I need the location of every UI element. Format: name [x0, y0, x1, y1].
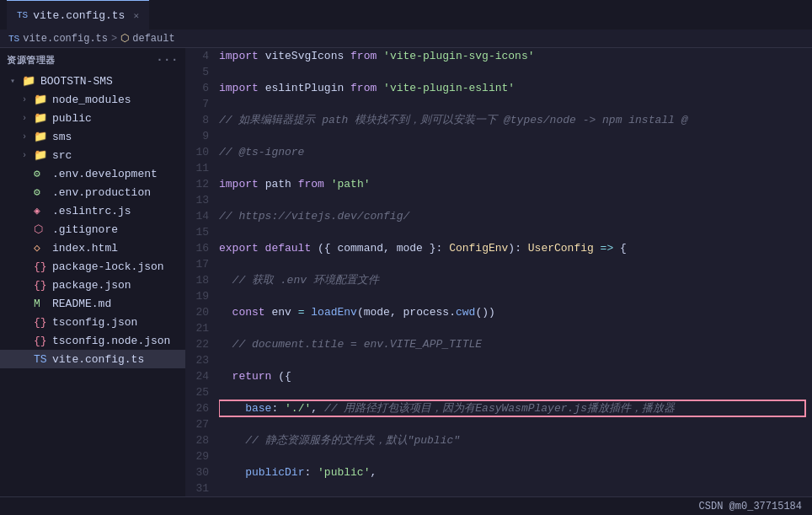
folder-icon: 📁 — [34, 93, 49, 106]
md-icon: M — [34, 298, 49, 310]
sidebar-label: tsconfig.json — [52, 316, 137, 329]
sidebar-item-project-root[interactable]: ▾ 📁 BOOTSTN-SMS — [0, 72, 185, 90]
sidebar-more-icon[interactable]: ··· — [156, 53, 179, 67]
breadcrumb-symbol: default — [132, 33, 174, 45]
breadcrumb-file-icon: TS — [8, 34, 19, 44]
code-area[interactable]: 4 5 6 7 8 9 10 11 12 13 14 15 16 17 18 1… — [185, 48, 812, 496]
breadcrumb-file[interactable]: vite.config.ts — [23, 33, 108, 45]
code-content[interactable]: import viteSvgIcons from 'vite-plugin-sv… — [219, 48, 812, 496]
editor: 4 5 6 7 8 9 10 11 12 13 14 15 16 17 18 1… — [185, 48, 812, 496]
sidebar-title: 资源管理器 — [7, 54, 56, 67]
sidebar-label: vite.config.ts — [52, 353, 144, 366]
arrow-icon: › — [22, 95, 34, 105]
main-layout: 资源管理器 ··· ▾ 📁 BOOTSTN-SMS › 📁 node_modul… — [0, 48, 812, 496]
sidebar-item-vite-config[interactable]: TS vite.config.ts — [0, 350, 185, 368]
sidebar-label: README.md — [52, 298, 111, 310]
arrow-icon: › — [22, 114, 34, 123]
json-icon: {} — [34, 335, 49, 347]
sidebar-label: src — [52, 149, 72, 162]
tab-vite-config[interactable]: TS vite.config.ts ✕ — [7, 0, 149, 30]
breadcrumb-separator: > — [111, 33, 117, 45]
folder-icon: 📁 — [22, 74, 37, 88]
status-bar: CSDN @m0_37715184 — [0, 496, 812, 515]
sidebar: 资源管理器 ··· ▾ 📁 BOOTSTN-SMS › 📁 node_modul… — [0, 48, 185, 496]
ts-icon: TS — [34, 353, 49, 366]
arrow-icon: ▾ — [10, 76, 22, 86]
json-icon: {} — [34, 279, 49, 292]
html-icon: ◇ — [34, 241, 49, 255]
sidebar-label: package.json — [52, 279, 131, 292]
sidebar-item-package[interactable]: {} package.json — [0, 276, 185, 294]
sidebar-item-node-modules[interactable]: › 📁 node_modules — [0, 90, 185, 109]
sidebar-label: node_modules — [52, 94, 131, 106]
git-icon: ⬡ — [34, 223, 49, 236]
sidebar-header-icons: ··· — [156, 53, 179, 67]
sidebar-item-index-html[interactable]: ◇ index.html — [0, 239, 185, 257]
folder-icon: 📁 — [34, 148, 49, 162]
sidebar-item-gitignore[interactable]: ⬡ .gitignore — [0, 220, 185, 239]
tab-label: vite.config.ts — [33, 9, 125, 22]
sidebar-item-eslintrc[interactable]: ◈ .eslintrc.js — [0, 201, 185, 220]
sidebar-item-env-dev[interactable]: ⚙ .env.development — [0, 164, 185, 183]
env-icon: ⚙ — [34, 167, 49, 180]
watermark-text: CSDN @m0_37715184 — [699, 501, 802, 512]
breadcrumb-symbol-icon: ⬡ — [120, 32, 129, 45]
sidebar-label: .eslintrc.js — [52, 205, 131, 217]
line-numbers: 4 5 6 7 8 9 10 11 12 13 14 15 16 17 18 1… — [185, 48, 219, 496]
sidebar-item-package-lock[interactable]: {} package-lock.json — [0, 257, 185, 276]
sidebar-item-tsconfig-node[interactable]: {} tsconfig.node.json — [0, 331, 185, 350]
folder-icon: 📁 — [34, 130, 49, 143]
sidebar-label: public — [52, 112, 92, 125]
sidebar-label: .gitignore — [52, 223, 118, 236]
sidebar-label: index.html — [52, 242, 118, 255]
sidebar-item-tsconfig[interactable]: {} tsconfig.json — [0, 313, 185, 331]
arrow-icon: › — [22, 151, 34, 160]
json-icon: {} — [34, 316, 49, 329]
tab-bar: TS vite.config.ts ✕ — [0, 0, 812, 30]
sidebar-item-readme[interactable]: M README.md — [0, 294, 185, 313]
arrow-icon: › — [22, 132, 34, 142]
sidebar-label: package-lock.json — [52, 260, 164, 273]
folder-icon: 📁 — [34, 111, 49, 125]
sidebar-item-env-prod[interactable]: ⚙ .env.production — [0, 183, 185, 201]
sidebar-header: 资源管理器 ··· — [0, 48, 185, 72]
tab-close-icon[interactable]: ✕ — [133, 10, 139, 21]
project-name: BOOTSTN-SMS — [40, 75, 113, 88]
sidebar-label: .env.development — [52, 168, 158, 180]
sidebar-item-public[interactable]: › 📁 public — [0, 109, 185, 127]
ts-file-icon: TS — [17, 10, 28, 20]
json-icon: {} — [34, 260, 49, 273]
sidebar-item-sms[interactable]: › 📁 sms — [0, 127, 185, 146]
env-icon: ⚙ — [34, 185, 49, 199]
sidebar-item-src[interactable]: › 📁 src — [0, 146, 185, 164]
sidebar-label: tsconfig.node.json — [52, 335, 170, 347]
sidebar-label: .env.production — [52, 186, 151, 199]
breadcrumb: TS vite.config.ts > ⬡ default — [0, 30, 812, 48]
sidebar-label: sms — [52, 131, 72, 143]
eslint-icon: ◈ — [34, 204, 49, 217]
